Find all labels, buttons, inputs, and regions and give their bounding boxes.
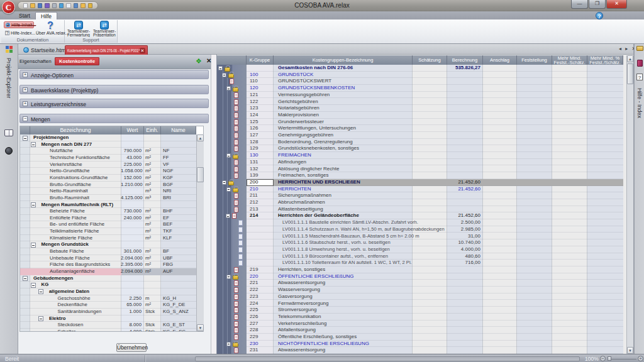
close-button[interactable]: ✕ bbox=[606, 0, 627, 9]
archive-icon[interactable] bbox=[88, 3, 92, 8]
cost-row[interactable]: 210HERRICHTEN21.452,60 bbox=[247, 186, 623, 193]
minimize-button[interactable]: — bbox=[571, 0, 588, 9]
mengen-row[interactable]: Bebaute Fläche301.000m²BF bbox=[20, 248, 196, 255]
cost-row[interactable]: 130FREIMACHEN bbox=[247, 152, 623, 159]
section-leistungsverzeichnisse[interactable]: + Leistungsverzeichnisse bbox=[19, 99, 209, 108]
cost-row[interactable]: LV001.1.1.1 Baustelle einrichten Sämtl.L… bbox=[247, 219, 623, 226]
cost-row[interactable]: 211Sicherungsmaßnahmen bbox=[247, 192, 623, 199]
help-icon[interactable]: ? bbox=[596, 12, 603, 19]
collapse-icon[interactable] bbox=[31, 283, 36, 288]
cost-row[interactable]: 212Abbruchmaßnahmen bbox=[247, 199, 623, 206]
cost-row[interactable]: 123Notariatsgebühren bbox=[247, 105, 623, 112]
mengen-row[interactable]: Mengen Raumlufttechnik (RLT) bbox=[20, 202, 196, 209]
tab-startseite[interactable]: Startseite.htm bbox=[21, 45, 69, 55]
cost-row[interactable]: LV001.1.1.4 Schutzzaun n. Wahl AN, h=1,5… bbox=[247, 226, 623, 233]
cost-row[interactable]: 227Verkehrserschließung bbox=[247, 321, 623, 327]
tab-kostenverteilung[interactable]: Kostenverteilung nach DIN 276-06 - Proje… bbox=[65, 45, 148, 55]
cost-column-header[interactable]: Mehr Mind. %Festst./Schätz. bbox=[587, 55, 623, 65]
mengen-row[interactable]: Verkehrsfläche225.000m²VF bbox=[20, 162, 196, 168]
mengen-row[interactable]: KG bbox=[20, 282, 196, 288]
cost-row[interactable]: 127Genehmigungsgebühren bbox=[247, 132, 623, 139]
tree-collapse-icon[interactable] bbox=[226, 275, 231, 279]
dock-move-icon[interactable]: ❖ bbox=[196, 57, 202, 65]
sidebar-tab-hilfe-index[interactable]: Hilfe - Index bbox=[636, 88, 643, 118]
folder-icon[interactable] bbox=[80, 3, 85, 8]
scrollbar-thumb[interactable] bbox=[627, 63, 633, 84]
zoom-slider-thumb[interactable] bbox=[608, 356, 611, 361]
mengen-row[interactable]: Konstruktions-Grundfläche152.000m²KGF bbox=[20, 175, 196, 182]
cost-row[interactable]: 120GRUNDSTÜCKSNEBENKOSTEN bbox=[247, 85, 623, 92]
maximize-button[interactable]: ❐ bbox=[589, 0, 606, 9]
collapse-icon[interactable] bbox=[23, 136, 28, 141]
mengen-row[interactable]: Nutzfläche790.000m²NF bbox=[20, 148, 196, 155]
cost-row[interactable]: 229Öffentliche Erschließung, sonstiges bbox=[247, 334, 623, 341]
collapse-icon[interactable] bbox=[38, 289, 43, 294]
open-folder-icon[interactable] bbox=[30, 3, 35, 8]
sphere-icon[interactable] bbox=[5, 147, 13, 155]
cost-row[interactable]: LV001.1.1.8 Umwehrung herst., vorh. u. b… bbox=[247, 246, 623, 253]
cost-row[interactable]: 139Freimachen, sonstiges bbox=[247, 172, 623, 179]
sidebar-tab-projekt-explorer[interactable]: Projekt-Explorer bbox=[6, 58, 12, 99]
cost-row[interactable]: 128Bodenordnung, Grenzregulierung bbox=[247, 139, 623, 146]
cost-row[interactable]: 214Herrichten der Geländeoberfläche21.45… bbox=[247, 212, 623, 219]
mengen-row[interactable]: Projektmengen bbox=[20, 134, 196, 141]
cost-row[interactable]: 132Ablösung dinglicher Rechte bbox=[247, 166, 623, 173]
mengen-row[interactable]: Geschosshöhe2.250mKG_H bbox=[20, 295, 196, 302]
cost-row[interactable]: 222Wasserversorgung bbox=[247, 287, 623, 293]
quick-access-toolbar[interactable] bbox=[18, 1, 98, 9]
panel-splitter[interactable] bbox=[211, 55, 216, 354]
tree-collapse-icon[interactable] bbox=[218, 66, 223, 70]
zoom-in-icon[interactable]: + bbox=[638, 356, 643, 361]
section-anzeige-optionen[interactable]: + Anzeige-Optionen bbox=[19, 70, 209, 79]
collapse-icon[interactable] bbox=[31, 243, 36, 248]
zoom-slider[interactable] bbox=[609, 359, 636, 359]
tree-collapse-icon[interactable] bbox=[226, 214, 230, 218]
section-bauwerksklasse[interactable]: + Bauwerksklasse (Projekttyp) bbox=[19, 85, 209, 94]
save-icon[interactable] bbox=[38, 3, 42, 8]
mengen-scrollbar[interactable]: ▲ ▼ bbox=[196, 134, 204, 331]
app-logo-icon[interactable]: C bbox=[2, 1, 15, 14]
expand-icon[interactable]: + bbox=[23, 72, 28, 77]
mengen-row[interactable]: allgemeine Daten bbox=[20, 288, 196, 295]
tree-collapse-icon[interactable] bbox=[222, 180, 226, 185]
zoom-out-icon[interactable]: − bbox=[600, 356, 606, 361]
cost-row[interactable]: 230NICHTÖFFENTLICHE ERSCHLIEßUNG bbox=[247, 341, 623, 348]
mengen-row[interactable]: Brutto-Grundfläche1.210.000m²BGF bbox=[20, 182, 196, 189]
document-icon[interactable] bbox=[66, 3, 70, 8]
save-all-icon[interactable] bbox=[45, 3, 49, 8]
cost-table-scrollbar[interactable]: ▲ ▼ bbox=[626, 55, 633, 354]
collapse-icon[interactable] bbox=[31, 142, 36, 147]
cost-row[interactable]: 228Abfallentsorgung bbox=[247, 327, 623, 334]
cost-column-header[interactable]: Mehr Mind.Festst.-Schätz. bbox=[552, 55, 587, 65]
cost-column-header[interactable]: Feststellung bbox=[517, 55, 552, 65]
cost-row[interactable]: 124Maklerprovisionen bbox=[247, 112, 623, 119]
book-icon[interactable] bbox=[4, 129, 13, 136]
mengen-row[interactable]: Mengen Grundstück bbox=[20, 241, 196, 248]
collapse-icon[interactable] bbox=[23, 276, 28, 281]
mengen-row[interactable]: Netto-Grundfläche1.058.000m²NGF bbox=[20, 168, 196, 175]
cost-column-header[interactable]: Schätzung bbox=[413, 55, 447, 65]
cost-row[interactable]: 223Gasversorgung bbox=[247, 293, 623, 300]
cost-row[interactable]: 100GRUNDSTÜCK bbox=[247, 72, 623, 79]
expand-icon[interactable]: + bbox=[23, 87, 28, 92]
scroll-up-icon[interactable]: ▲ bbox=[627, 55, 633, 62]
tree-collapse-icon[interactable] bbox=[222, 73, 226, 77]
scroll-down-icon[interactable]: ▼ bbox=[197, 324, 204, 331]
mengen-row[interactable]: Sanitäranbindungen1.000StckKG_S_ANZ bbox=[20, 309, 196, 315]
cost-column-header[interactable]: Anschlag bbox=[483, 55, 517, 65]
cost-row[interactable]: Gesamtkosten nach DIN 276-06535.826,27 bbox=[247, 65, 623, 72]
tree-collapse-icon[interactable] bbox=[226, 86, 231, 90]
cost-column-header[interactable]: Kostengruppen-Bezeichnung bbox=[274, 55, 413, 65]
mengen-row[interactable]: Gebäudemengen bbox=[20, 275, 196, 282]
cost-row[interactable]: 231Abwasserentsorgung bbox=[247, 347, 623, 354]
collapse-icon[interactable] bbox=[38, 316, 43, 321]
cost-row[interactable]: 220ÖFFENTLICHE ERSCHLIEßUNG bbox=[247, 273, 623, 280]
cost-column-header[interactable] bbox=[217, 55, 247, 65]
teamviewer-fernwartung-button[interactable]: ⇄ Teamviewer- Fernwartung bbox=[66, 21, 91, 37]
cost-row[interactable]: 125Grunderwerbssteuer bbox=[247, 119, 623, 126]
scroll-down-icon[interactable]: ▼ bbox=[627, 347, 633, 354]
cost-row[interactable]: 213Altlastenbeseitigung bbox=[247, 206, 623, 213]
tree-collapse-icon[interactable] bbox=[226, 153, 231, 158]
mengen-row[interactable]: Technische Funktionsfläche43.000m²FF bbox=[20, 155, 196, 162]
tree-collapse-icon[interactable] bbox=[226, 342, 231, 346]
